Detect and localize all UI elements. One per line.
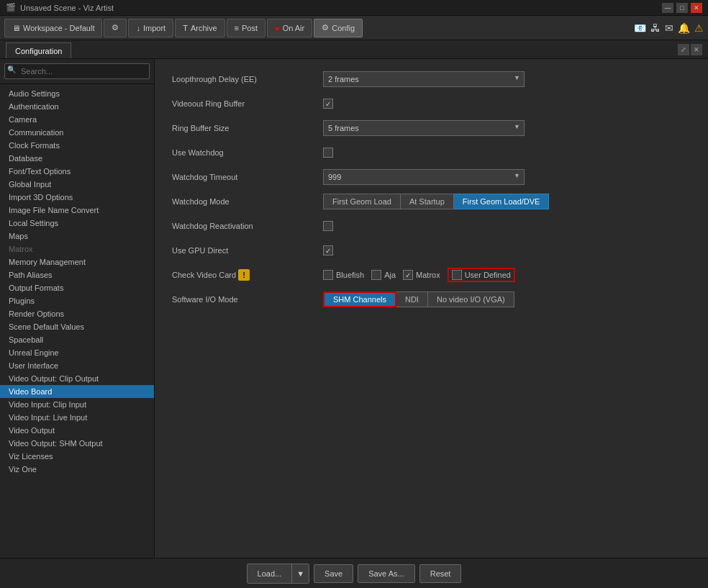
num-input-watchdog-timeout[interactable]: [323, 169, 525, 185]
sidebar-item-plugins[interactable]: Plugins: [0, 294, 154, 307]
sidebar-item-video-board[interactable]: Video Board: [0, 385, 154, 398]
sidebar-item-clock-formats[interactable]: Clock Formats: [0, 139, 154, 152]
load-dropdown-button[interactable]: ▼: [292, 564, 309, 583]
sidebar-item-local-settings[interactable]: Local Settings: [0, 217, 154, 230]
onair-icon: ●: [275, 24, 280, 32]
post-button[interactable]: ≡ Post: [227, 19, 266, 37]
sidebar-item-camera[interactable]: Camera: [0, 113, 154, 126]
sidebar-item-communication[interactable]: Communication: [0, 126, 154, 139]
checkbox-label-bluefish: Bluefish: [336, 271, 364, 279]
config-control-watchdog-timeout: [323, 169, 525, 185]
settings-icon: ⚙: [112, 23, 119, 32]
workspace-button[interactable]: 🖥 Workspace - Default: [4, 19, 102, 37]
configuration-tab-label: Configuration: [15, 47, 62, 55]
save-button-label: Save: [324, 569, 342, 578]
checkbox-use-watchdog[interactable]: [323, 148, 333, 158]
workspace-label: Workspace - Default: [23, 24, 94, 32]
save-button[interactable]: Save: [314, 564, 353, 583]
sidebar: Audio SettingsAuthenticationCameraCommun…: [0, 59, 155, 558]
config-row-videoout-ring-buffer: Videoout Ring Buffer: [172, 95, 691, 112]
expand-button[interactable]: ⤢: [678, 44, 689, 55]
checkbox-videoout-ring-buffer[interactable]: [323, 99, 333, 109]
sidebar-item-unreal-engine[interactable]: Unreal Engine: [0, 346, 154, 359]
config-row-watchdog-mode: Watchdog ModeFirst Geom LoadAt StartupFi…: [172, 193, 691, 210]
sidebar-item-font-text-options[interactable]: Font/Text Options: [0, 165, 154, 178]
main-area: Audio SettingsAuthenticationCameraCommun…: [0, 59, 708, 558]
sidebar-item-memory-management[interactable]: Memory Management: [0, 255, 154, 268]
sidebar-item-video-output-clip-output[interactable]: Video Output: Clip Output: [0, 372, 154, 385]
import-icon: ↓: [136, 24, 140, 32]
load-button[interactable]: Load...: [248, 564, 293, 583]
config-label-videoout-ring-buffer: Videoout Ring Buffer: [172, 99, 323, 108]
sidebar-list: Audio SettingsAuthenticationCameraCommun…: [0, 84, 154, 479]
close-button[interactable]: ✕: [691, 3, 702, 13]
dropdown-ring-buffer-size[interactable]: 1 frame2 frames3 frames4 frames5 frames: [323, 120, 525, 136]
sidebar-item-video-output[interactable]: Video Output: [0, 424, 154, 437]
config-button[interactable]: ⚙ Config: [314, 19, 363, 37]
mode-btn-watchdog-mode-2[interactable]: First Geom Load/DVE: [454, 194, 550, 209]
mode-btn-software-io-mode-0[interactable]: SHM Channels: [323, 291, 396, 307]
sidebar-item-viz-licenses[interactable]: Viz Licenses: [0, 450, 154, 463]
sidebar-item-output-formats[interactable]: Output Formats: [0, 281, 154, 294]
sidebar-item-video-output-shm[interactable]: Video Output: SHM Output: [0, 437, 154, 450]
mode-btn-watchdog-mode-0[interactable]: First Geom Load: [323, 194, 401, 209]
sidebar-item-spaceball[interactable]: Spaceball: [0, 333, 154, 346]
sidebar-item-import-3d-options[interactable]: Import 3D Options: [0, 191, 154, 204]
dropdown-loopthrough-delay[interactable]: 0 frames1 frame2 frames3 frames4 frames: [323, 71, 525, 87]
sidebar-item-scene-default-values[interactable]: Scene Default Values: [0, 320, 154, 333]
config-row-check-video-card: Check Video Card !BluefishAjaMatroxUser …: [172, 266, 691, 284]
window-controls: — □ ✕: [662, 3, 702, 13]
config-control-check-video-card: BluefishAjaMatroxUser Defined: [323, 268, 515, 282]
mode-btn-software-io-mode-2[interactable]: No video I/O (VGA): [428, 291, 514, 307]
post-icon: ≡: [235, 24, 239, 32]
save-as-button[interactable]: Save As...: [358, 564, 415, 583]
reset-button[interactable]: Reset: [419, 564, 462, 583]
sidebar-item-global-input[interactable]: Global Input: [0, 178, 154, 191]
sidebar-item-audio-settings[interactable]: Audio Settings: [0, 87, 154, 100]
sidebar-item-viz-one[interactable]: Viz One: [0, 463, 154, 476]
sidebar-item-path-aliases[interactable]: Path Aliases: [0, 268, 154, 281]
mode-btn-watchdog-mode-1[interactable]: At Startup: [401, 194, 454, 209]
toolbar-settings-button[interactable]: ⚙: [104, 19, 127, 37]
btn-group-software-io-mode: SHM ChannelsNDINo video I/O (VGA): [323, 291, 514, 307]
close-tab-button[interactable]: ✕: [691, 44, 702, 55]
import-button[interactable]: ↓ Import: [128, 19, 173, 37]
sidebar-item-authentication[interactable]: Authentication: [0, 100, 154, 113]
load-dropdown-icon: ▼: [296, 569, 304, 578]
minimize-button[interactable]: —: [662, 3, 673, 13]
sidebar-item-user-interface[interactable]: User Interface: [0, 359, 154, 372]
toolbar: 🖥 Workspace - Default ⚙ ↓ Import T Archi…: [0, 16, 708, 40]
configuration-tab[interactable]: Configuration: [6, 42, 71, 58]
sidebar-item-maps[interactable]: Maps: [0, 230, 154, 243]
checkbox-watchdog-reactivation[interactable]: [323, 221, 333, 231]
sidebar-item-video-input-clip-input[interactable]: Video Input: Clip Input: [0, 398, 154, 411]
sidebar-item-render-options[interactable]: Render Options: [0, 307, 154, 320]
sidebar-item-image-file-name-convert[interactable]: Image File Name Convert: [0, 204, 154, 217]
archive-button[interactable]: T Archive: [175, 19, 224, 37]
sidebar-item-video-input-live-input[interactable]: Video Input: Live Input: [0, 411, 154, 424]
maximize-button[interactable]: □: [676, 3, 688, 13]
checkbox-user-defined[interactable]: [452, 270, 462, 280]
checkbox-bluefish[interactable]: [323, 270, 333, 280]
checkbox-aja[interactable]: [371, 270, 381, 280]
checkbox-label-aja: Aja: [384, 271, 396, 279]
post-label: Post: [242, 24, 258, 32]
onair-button[interactable]: ● On Air: [267, 19, 312, 37]
num-wrap-watchdog-timeout: [323, 169, 525, 185]
check-item-aja: Aja: [371, 270, 396, 280]
onair-label: On Air: [283, 24, 305, 32]
config-row-use-watchdog: Use Watchdog: [172, 144, 691, 161]
mode-btn-software-io-mode-1[interactable]: NDI: [396, 291, 428, 307]
config-label-loopthrough-delay: Loopthrough Delay (EE): [172, 75, 323, 83]
sidebar-item-database[interactable]: Database: [0, 152, 154, 165]
checkbox-label-matrox: Matrox: [416, 271, 440, 279]
checkbox-use-gpu-direct[interactable]: [323, 245, 333, 255]
search-input[interactable]: [4, 63, 150, 79]
checkbox-matrox[interactable]: [403, 270, 413, 280]
config-row-loopthrough-delay: Loopthrough Delay (EE)0 frames1 frame2 f…: [172, 71, 691, 88]
workspace-icon: 🖥: [12, 24, 20, 32]
content-area: Loopthrough Delay (EE)0 frames1 frame2 f…: [155, 59, 708, 558]
config-label-watchdog-timeout: Watchdog Timeout: [172, 173, 323, 181]
config-label-software-io-mode: Software I/O Mode: [172, 295, 323, 304]
toolbar-icon-5: ⚠: [694, 22, 704, 34]
